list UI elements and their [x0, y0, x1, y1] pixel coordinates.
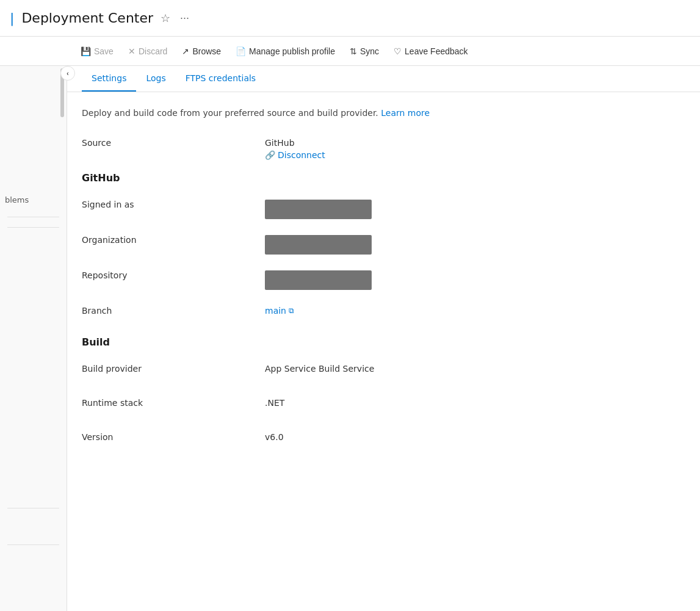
settings-content: Deploy and build code from your preferre… [67, 92, 700, 477]
disconnect-icon: 🔗 [265, 150, 275, 160]
signed-in-as-label: Signed in as [82, 196, 265, 209]
star-button[interactable]: ☆ [158, 9, 173, 27]
branch-label: Branch [82, 302, 265, 316]
sidebar-separator-3 [7, 508, 59, 508]
main-layout: ‹ blems Settings Logs FTPS credentials [0, 66, 700, 611]
sidebar-collapse-button[interactable]: ‹ [60, 66, 75, 81]
organization-row: Organization [82, 231, 685, 255]
build-provider-row: Build provider App Service Build Service [82, 360, 685, 382]
sidebar-item-problems: blems [0, 188, 67, 212]
repository-label: Repository [82, 267, 265, 280]
chevron-left-icon: ‹ [67, 70, 68, 77]
page-title: Deployment Center [21, 10, 153, 26]
leave-feedback-button[interactable]: ♡ Leave Feedback [386, 43, 475, 60]
runtime-stack-label: Runtime stack [82, 394, 265, 408]
sync-icon: ⇅ [350, 46, 357, 56]
page-title-area: | Deployment Center ☆ ··· [10, 9, 192, 27]
leave-feedback-label: Leave Feedback [405, 46, 468, 56]
runtime-stack-value: .NET [265, 394, 685, 408]
repository-masked [265, 270, 372, 290]
more-options-button[interactable]: ··· [178, 9, 192, 27]
organization-value [265, 231, 685, 255]
runtime-stack-row: Runtime stack .NET [82, 394, 685, 416]
version-row: Version v6.0 [82, 428, 685, 450]
sync-button[interactable]: ⇅ Sync [342, 43, 386, 60]
browse-icon: ↗ [182, 46, 189, 56]
save-label: Save [94, 46, 114, 56]
build-provider-label: Build provider [82, 360, 265, 374]
tabs-bar: Settings Logs FTPS credentials [67, 66, 700, 92]
disconnect-link[interactable]: 🔗 Disconnect [265, 150, 685, 160]
discard-label: Discard [139, 46, 167, 56]
tab-settings[interactable]: Settings [82, 66, 136, 92]
source-value: GitHub [265, 138, 685, 148]
description-text: Deploy and build code from your preferre… [82, 107, 685, 120]
organization-label: Organization [82, 231, 265, 245]
disconnect-label: Disconnect [278, 150, 325, 160]
version-label: Version [82, 428, 265, 442]
sidebar-separator-2 [7, 227, 59, 228]
title-pipe: | [10, 10, 14, 26]
branch-link[interactable]: main ⧉ [265, 306, 685, 316]
toolbar: 💾 Save ✕ Discard ↗ Browse 📄 Manage publi… [0, 37, 700, 66]
browse-button[interactable]: ↗ Browse [175, 43, 228, 60]
signed-in-as-row: Signed in as [82, 196, 685, 219]
sidebar-scrollbar[interactable] [60, 66, 64, 611]
branch-value-text: main [265, 306, 286, 316]
tab-logs[interactable]: Logs [136, 66, 175, 92]
content-area: Settings Logs FTPS credentials Deploy an… [67, 66, 700, 611]
header-bar: | Deployment Center ☆ ··· [0, 0, 700, 37]
discard-icon: ✕ [128, 46, 135, 56]
repository-value [265, 267, 685, 290]
signed-in-as-masked [265, 200, 372, 219]
manage-publish-icon: 📄 [236, 46, 246, 56]
external-link-icon: ⧉ [289, 306, 294, 315]
save-button[interactable]: 💾 Save [73, 43, 121, 60]
source-row: Source GitHub 🔗 Disconnect [82, 134, 685, 160]
version-value: v6.0 [265, 428, 685, 442]
source-value-area: GitHub 🔗 Disconnect [265, 134, 685, 160]
heart-icon: ♡ [394, 46, 402, 56]
sidebar-separator-4 [7, 544, 59, 545]
github-section-heading: GitHub [82, 172, 685, 184]
sync-label: Sync [360, 46, 379, 56]
organization-masked [265, 235, 372, 255]
signed-in-as-value [265, 196, 685, 219]
description-main: Deploy and build code from your preferre… [82, 108, 378, 118]
browse-label: Browse [192, 46, 221, 56]
build-section-heading: Build [82, 336, 685, 348]
sidebar-separator-1 [7, 217, 59, 217]
branch-value: main ⧉ [265, 302, 685, 316]
repository-row: Repository [82, 267, 685, 290]
source-label: Source [82, 134, 265, 148]
learn-more-link[interactable]: Learn more [381, 108, 430, 118]
tab-ftps-credentials[interactable]: FTPS credentials [176, 66, 265, 92]
sidebar: ‹ blems [0, 66, 67, 611]
discard-button[interactable]: ✕ Discard [121, 43, 175, 60]
more-icon: ··· [180, 12, 189, 24]
branch-row: Branch main ⧉ [82, 302, 685, 324]
build-provider-value: App Service Build Service [265, 360, 685, 374]
manage-publish-profile-button[interactable]: 📄 Manage publish profile [228, 43, 342, 60]
manage-publish-profile-label: Manage publish profile [249, 46, 335, 56]
star-icon: ☆ [161, 12, 170, 25]
save-icon: 💾 [81, 46, 91, 56]
